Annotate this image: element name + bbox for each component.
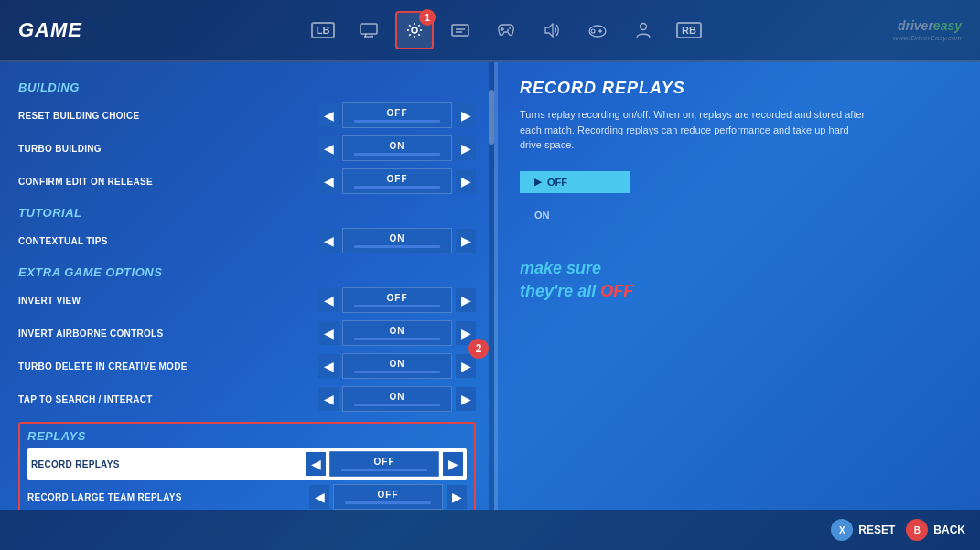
turbo-building-left-arrow[interactable]: ◀ bbox=[318, 136, 339, 160]
svg-point-14 bbox=[591, 29, 595, 33]
back-button-icon: B bbox=[906, 519, 928, 541]
reset-building-left-arrow[interactable]: ◀ bbox=[318, 103, 339, 127]
record-large-team-left-arrow[interactable]: ◀ bbox=[309, 485, 329, 509]
person-nav-button[interactable] bbox=[624, 11, 662, 49]
gear-badge: 1 bbox=[419, 9, 436, 26]
reset-button[interactable]: X RESET bbox=[831, 519, 895, 541]
confirm-edit-value: OFF bbox=[387, 174, 408, 184]
off-highlight-text: OFF bbox=[600, 282, 633, 300]
gamepad2-nav-button[interactable] bbox=[578, 11, 617, 49]
record-replays-label: RECORD REPLAYS bbox=[31, 459, 306, 469]
record-replays-value: OFF bbox=[374, 457, 395, 467]
replays-section: REPLAYS RECORD REPLAYS ◀ OFF ▶ RECORD LA… bbox=[18, 422, 476, 510]
scroll-track bbox=[489, 62, 494, 510]
contextual-tips-right-arrow[interactable]: ▶ bbox=[456, 229, 476, 253]
invert-airborne-value-box: ON bbox=[342, 320, 452, 346]
svg-point-13 bbox=[589, 26, 606, 37]
sound-nav-button[interactable] bbox=[533, 11, 571, 49]
gear-nav-button[interactable]: 1 bbox=[395, 11, 434, 49]
right-detail-panel: RECORD REPLAYS Turns replay recording on… bbox=[498, 62, 980, 510]
lb-label: LB bbox=[311, 22, 336, 38]
confirm-edit-left-arrow[interactable]: ◀ bbox=[318, 169, 339, 193]
make-sure-line2: they're all OFF bbox=[520, 282, 633, 300]
record-replays-control: ◀ OFF ▶ bbox=[306, 451, 463, 477]
contextual-tips-bar bbox=[354, 245, 440, 248]
controller-icon bbox=[496, 23, 516, 38]
invert-airborne-left-arrow[interactable]: ◀ bbox=[318, 321, 339, 345]
record-large-team-label: RECORD LARGE TEAM REPLAYS bbox=[27, 492, 309, 502]
reset-building-choice-row: RESET BUILDING CHOICE ◀ OFF ▶ bbox=[18, 100, 476, 131]
invert-view-right-arrow[interactable]: ▶ bbox=[456, 288, 476, 312]
svg-point-11 bbox=[507, 29, 509, 31]
record-replays-left-arrow[interactable]: ◀ bbox=[306, 452, 326, 476]
reset-building-bar bbox=[354, 120, 440, 123]
record-large-team-value: OFF bbox=[378, 490, 399, 500]
reset-building-label: RESET BUILDING CHOICE bbox=[18, 111, 318, 121]
invert-airborne-bar bbox=[354, 338, 440, 340]
tap-to-search-right-arrow[interactable]: ▶ bbox=[456, 387, 476, 411]
right-panel-description: Turns replay recording on/off. When on, … bbox=[520, 107, 867, 153]
turbo-building-row: TURBO BUILDING ◀ ON ▶ bbox=[18, 133, 476, 164]
building-section-title: BUILDING bbox=[18, 81, 476, 94]
confirm-edit-row: CONFIRM EDIT ON RELEASE ◀ OFF ▶ bbox=[18, 166, 476, 197]
confirm-edit-value-box: OFF bbox=[342, 168, 452, 194]
turbo-building-control: ◀ ON ▶ bbox=[318, 135, 476, 161]
tap-to-search-control: ◀ ON ▶ bbox=[318, 386, 476, 412]
turbo-delete-left-arrow[interactable]: ◀ bbox=[318, 354, 339, 378]
reset-building-value: OFF bbox=[387, 108, 408, 118]
turbo-building-value: ON bbox=[390, 141, 405, 151]
record-large-team-row: RECORD LARGE TEAM REPLAYS ◀ OFF ▶ bbox=[27, 481, 467, 510]
turbo-delete-label: TURBO DELETE IN CREATIVE MODE bbox=[18, 361, 318, 372]
record-replays-row: RECORD REPLAYS ◀ OFF ▶ bbox=[27, 448, 467, 480]
option-off-row: ▶ OFF bbox=[520, 167, 958, 197]
turbo-building-right-arrow[interactable]: ▶ bbox=[456, 136, 476, 160]
tap-to-search-label: TAP TO SEARCH / INTERACT bbox=[18, 394, 318, 404]
page-title: Game bbox=[18, 18, 82, 42]
driver-easy-logo: drivereasy www.DriverEasy.com bbox=[893, 17, 962, 44]
reset-building-right-arrow[interactable]: ▶ bbox=[456, 103, 476, 127]
person-icon bbox=[636, 22, 651, 38]
invert-view-label: INVERT VIEW bbox=[18, 296, 318, 306]
option-on-unselected[interactable]: ON bbox=[520, 204, 565, 226]
turbo-delete-row: TURBO DELETE IN CREATIVE MODE ◀ ON ▶ bbox=[18, 350, 476, 382]
turbo-delete-value-box: ON bbox=[342, 353, 452, 379]
invert-view-control: ◀ OFF ▶ bbox=[318, 287, 476, 313]
option-off-label: OFF bbox=[547, 177, 567, 188]
reset-button-icon: X bbox=[831, 519, 853, 541]
record-large-team-control: ◀ OFF ▶ bbox=[309, 484, 467, 510]
invert-view-bar bbox=[354, 305, 440, 307]
reset-building-value-box: OFF bbox=[342, 102, 452, 128]
main-content-area: BUILDING RESET BUILDING CHOICE ◀ OFF ▶ T… bbox=[0, 62, 980, 510]
display2-nav-button[interactable] bbox=[441, 11, 479, 49]
extra-game-options-title: EXTRA GAME OPTIONS bbox=[18, 265, 476, 279]
back-button-label: BACK bbox=[933, 523, 965, 536]
turbo-building-label: TURBO BUILDING bbox=[18, 144, 318, 154]
turbo-delete-control: ◀ ON ▶ bbox=[318, 353, 476, 379]
option-off-arrow: ▶ bbox=[534, 177, 542, 187]
record-replays-right-arrow[interactable]: ▶ bbox=[443, 452, 463, 476]
lb-nav-button[interactable]: LB bbox=[304, 11, 342, 49]
turbo-delete-right-arrow[interactable]: ▶ bbox=[456, 354, 476, 378]
record-large-team-right-arrow[interactable]: ▶ bbox=[447, 485, 467, 509]
turbo-building-bar bbox=[354, 153, 440, 156]
contextual-tips-left-arrow[interactable]: ◀ bbox=[318, 229, 339, 253]
controller-nav-button[interactable] bbox=[487, 11, 525, 49]
svg-point-4 bbox=[412, 27, 417, 33]
sound-icon bbox=[544, 23, 560, 38]
monitor-icon bbox=[360, 23, 378, 38]
tap-to-search-left-arrow[interactable]: ◀ bbox=[318, 387, 339, 411]
option-off-selected[interactable]: ▶ OFF bbox=[520, 171, 630, 193]
tap-to-search-row: TAP TO SEARCH / INTERACT ◀ ON ▶ bbox=[18, 383, 476, 415]
scroll-thumb[interactable] bbox=[489, 90, 494, 145]
monitor-nav-button[interactable] bbox=[350, 11, 388, 49]
make-sure-line1: make sure bbox=[520, 259, 601, 277]
back-button[interactable]: B BACK bbox=[906, 519, 965, 541]
right-panel-title: RECORD REPLAYS bbox=[520, 79, 958, 98]
rb-nav-button[interactable]: RB bbox=[670, 11, 708, 49]
gamepad2-icon bbox=[587, 23, 608, 38]
invert-view-left-arrow[interactable]: ◀ bbox=[318, 288, 339, 312]
confirm-edit-right-arrow[interactable]: ▶ bbox=[456, 169, 476, 193]
invert-airborne-control: ◀ ON ▶ bbox=[318, 320, 476, 346]
record-large-team-bar bbox=[345, 501, 431, 504]
invert-airborne-label: INVERT AIRBORNE CONTROLS bbox=[18, 329, 318, 339]
